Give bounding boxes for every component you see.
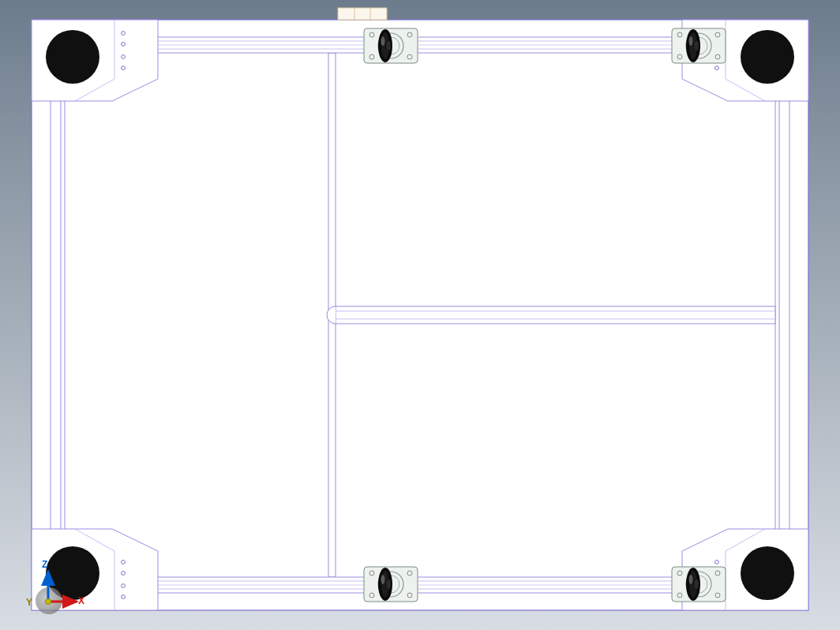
caster-bottom-left [364,567,418,602]
caster-top-left [364,28,418,63]
mid-shelf-rail [327,306,775,324]
caster-top-right [672,28,726,63]
foot-top-left [46,30,99,84]
triad-y-label: Y [26,597,32,608]
svg-rect-0 [338,8,387,20]
caster-bottom-right [672,567,726,602]
top-rail [148,37,692,53]
svg-point-53 [46,599,51,605]
top-tab-bracket [338,8,387,20]
foot-top-right [741,30,794,84]
model-view[interactable] [0,0,840,630]
cad-viewport[interactable]: X Z Y [0,0,840,630]
svg-point-40 [741,546,794,600]
svg-rect-10 [336,306,775,324]
svg-point-37 [46,30,99,84]
bottom-rail [148,577,692,593]
orientation-triad[interactable]: X Z Y [36,561,91,616]
triad-x-label: X [78,595,84,606]
triad-z-label: Z [42,559,47,570]
svg-point-38 [741,30,794,84]
foot-bottom-right [741,546,794,600]
